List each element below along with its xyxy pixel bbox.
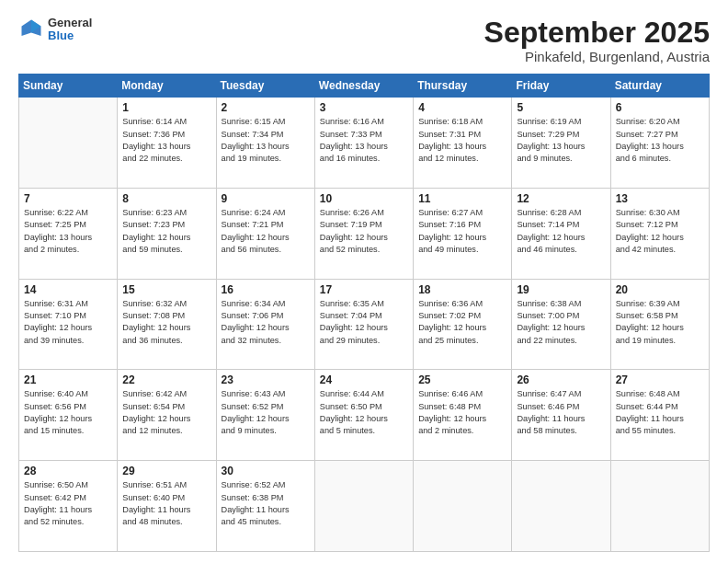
calendar-header-saturday: Saturday (610, 75, 709, 98)
week-row-2: 7Sunrise: 6:22 AMSunset: 7:25 PMDaylight… (19, 188, 710, 279)
subtitle: Pinkafeld, Burgenland, Austria (484, 49, 710, 64)
day-info: Sunrise: 6:26 AMSunset: 7:19 PMDaylight:… (320, 207, 408, 256)
week-row-1: 1Sunrise: 6:14 AMSunset: 7:36 PMDaylight… (19, 98, 710, 189)
day-info: Sunrise: 6:48 AMSunset: 6:44 PMDaylight:… (616, 388, 704, 437)
logo-blue: Blue (48, 29, 92, 42)
day-info: Sunrise: 6:30 AMSunset: 7:12 PMDaylight:… (616, 207, 704, 256)
calendar-cell: 9Sunrise: 6:24 AMSunset: 7:21 PMDaylight… (216, 188, 314, 279)
day-number: 8 (122, 192, 210, 205)
calendar-cell: 29Sunrise: 6:51 AMSunset: 6:40 PMDayligh… (118, 461, 216, 552)
day-info: Sunrise: 6:31 AMSunset: 7:10 PMDaylight:… (24, 298, 112, 347)
logo: General Blue (18, 17, 92, 43)
calendar-cell: 16Sunrise: 6:34 AMSunset: 7:06 PMDayligh… (216, 279, 314, 370)
calendar-cell: 22Sunrise: 6:42 AMSunset: 6:54 PMDayligh… (118, 370, 216, 461)
day-info: Sunrise: 6:35 AMSunset: 7:04 PMDaylight:… (320, 298, 408, 347)
calendar-cell: 2Sunrise: 6:15 AMSunset: 7:34 PMDaylight… (216, 98, 314, 189)
calendar-cell: 18Sunrise: 6:36 AMSunset: 7:02 PMDayligh… (414, 279, 512, 370)
day-info: Sunrise: 6:15 AMSunset: 7:34 PMDaylight:… (222, 116, 310, 165)
calendar-cell: 24Sunrise: 6:44 AMSunset: 6:50 PMDayligh… (314, 370, 413, 461)
day-number: 30 (222, 465, 310, 477)
calendar-header-wednesday: Wednesday (314, 75, 413, 98)
main-title: September 2025 (484, 17, 710, 49)
day-number: 6 (616, 101, 704, 114)
day-number: 15 (122, 283, 210, 296)
calendar-cell: 26Sunrise: 6:47 AMSunset: 6:46 PMDayligh… (512, 370, 610, 461)
calendar-header-sunday: Sunday (19, 75, 118, 98)
day-number: 2 (222, 101, 310, 114)
day-number: 7 (24, 192, 112, 205)
day-info: Sunrise: 6:18 AMSunset: 7:31 PMDaylight:… (418, 116, 506, 165)
calendar-cell: 25Sunrise: 6:46 AMSunset: 6:48 PMDayligh… (414, 370, 512, 461)
day-number: 22 (122, 373, 210, 386)
day-info: Sunrise: 6:44 AMSunset: 6:50 PMDaylight:… (320, 388, 408, 437)
day-number: 24 (320, 373, 408, 386)
day-info: Sunrise: 6:40 AMSunset: 6:56 PMDaylight:… (24, 388, 112, 437)
day-info: Sunrise: 6:28 AMSunset: 7:14 PMDaylight:… (517, 207, 605, 256)
day-number: 16 (222, 283, 310, 296)
day-number: 28 (24, 465, 112, 477)
calendar-header-friday: Friday (512, 75, 610, 98)
day-info: Sunrise: 6:50 AMSunset: 6:42 PMDaylight:… (24, 479, 112, 528)
day-number: 23 (222, 373, 310, 386)
day-info: Sunrise: 6:47 AMSunset: 6:46 PMDaylight:… (517, 388, 605, 437)
day-number: 18 (418, 283, 506, 296)
calendar-cell: 10Sunrise: 6:26 AMSunset: 7:19 PMDayligh… (314, 188, 413, 279)
day-number: 3 (320, 101, 408, 114)
calendar-cell: 4Sunrise: 6:18 AMSunset: 7:31 PMDaylight… (414, 98, 512, 189)
day-info: Sunrise: 6:16 AMSunset: 7:33 PMDaylight:… (320, 116, 408, 165)
day-info: Sunrise: 6:42 AMSunset: 6:54 PMDaylight:… (122, 388, 210, 437)
day-number: 4 (418, 101, 506, 114)
calendar-cell: 19Sunrise: 6:38 AMSunset: 7:00 PMDayligh… (512, 279, 610, 370)
day-info: Sunrise: 6:38 AMSunset: 7:00 PMDaylight:… (517, 298, 605, 347)
day-info: Sunrise: 6:19 AMSunset: 7:29 PMDaylight:… (517, 116, 605, 165)
calendar-cell (19, 98, 118, 189)
day-number: 1 (122, 101, 210, 114)
calendar-cell: 17Sunrise: 6:35 AMSunset: 7:04 PMDayligh… (314, 279, 413, 370)
calendar-cell: 7Sunrise: 6:22 AMSunset: 7:25 PMDaylight… (19, 188, 118, 279)
calendar-cell: 8Sunrise: 6:23 AMSunset: 7:23 PMDaylight… (118, 188, 216, 279)
logo-general: General (48, 17, 92, 29)
day-number: 10 (320, 192, 408, 205)
calendar-cell: 30Sunrise: 6:52 AMSunset: 6:38 PMDayligh… (216, 461, 314, 552)
calendar-cell: 20Sunrise: 6:39 AMSunset: 6:58 PMDayligh… (610, 279, 709, 370)
title-block: September 2025 Pinkafeld, Burgenland, Au… (484, 17, 710, 64)
day-info: Sunrise: 6:43 AMSunset: 6:52 PMDaylight:… (222, 388, 310, 437)
week-row-5: 28Sunrise: 6:50 AMSunset: 6:42 PMDayligh… (19, 461, 710, 552)
calendar-cell: 21Sunrise: 6:40 AMSunset: 6:56 PMDayligh… (19, 370, 118, 461)
day-number: 13 (616, 192, 704, 205)
calendar-cell: 23Sunrise: 6:43 AMSunset: 6:52 PMDayligh… (216, 370, 314, 461)
calendar-table: SundayMondayTuesdayWednesdayThursdayFrid… (18, 74, 710, 552)
calendar-cell: 14Sunrise: 6:31 AMSunset: 7:10 PMDayligh… (19, 279, 118, 370)
calendar-cell (610, 461, 709, 552)
calendar-cell (314, 461, 413, 552)
day-number: 27 (616, 373, 704, 386)
calendar-cell (414, 461, 512, 552)
day-number: 26 (517, 373, 605, 386)
calendar-cell: 6Sunrise: 6:20 AMSunset: 7:27 PMDaylight… (610, 98, 709, 189)
calendar-cell: 15Sunrise: 6:32 AMSunset: 7:08 PMDayligh… (118, 279, 216, 370)
day-info: Sunrise: 6:52 AMSunset: 6:38 PMDaylight:… (222, 479, 310, 528)
day-number: 5 (517, 101, 605, 114)
day-info: Sunrise: 6:27 AMSunset: 7:16 PMDaylight:… (418, 207, 506, 256)
calendar-cell (512, 461, 610, 552)
day-number: 29 (122, 465, 210, 477)
calendar-cell: 13Sunrise: 6:30 AMSunset: 7:12 PMDayligh… (610, 188, 709, 279)
day-info: Sunrise: 6:32 AMSunset: 7:08 PMDaylight:… (122, 298, 210, 347)
calendar-header-thursday: Thursday (414, 75, 512, 98)
page: General Blue September 2025 Pinkafeld, B… (0, 0, 728, 563)
calendar-header-monday: Monday (118, 75, 216, 98)
header: General Blue September 2025 Pinkafeld, B… (18, 17, 710, 64)
day-info: Sunrise: 6:51 AMSunset: 6:40 PMDaylight:… (122, 479, 210, 528)
calendar-cell: 11Sunrise: 6:27 AMSunset: 7:16 PMDayligh… (414, 188, 512, 279)
calendar-header-tuesday: Tuesday (216, 75, 314, 98)
day-info: Sunrise: 6:39 AMSunset: 6:58 PMDaylight:… (616, 298, 704, 347)
day-info: Sunrise: 6:34 AMSunset: 7:06 PMDaylight:… (222, 298, 310, 347)
calendar-cell: 5Sunrise: 6:19 AMSunset: 7:29 PMDaylight… (512, 98, 610, 189)
calendar-cell: 3Sunrise: 6:16 AMSunset: 7:33 PMDaylight… (314, 98, 413, 189)
day-number: 14 (24, 283, 112, 296)
day-info: Sunrise: 6:24 AMSunset: 7:21 PMDaylight:… (222, 207, 310, 256)
day-number: 17 (320, 283, 408, 296)
day-number: 20 (616, 283, 704, 296)
day-info: Sunrise: 6:14 AMSunset: 7:36 PMDaylight:… (122, 116, 210, 165)
logo-icon (18, 17, 44, 42)
